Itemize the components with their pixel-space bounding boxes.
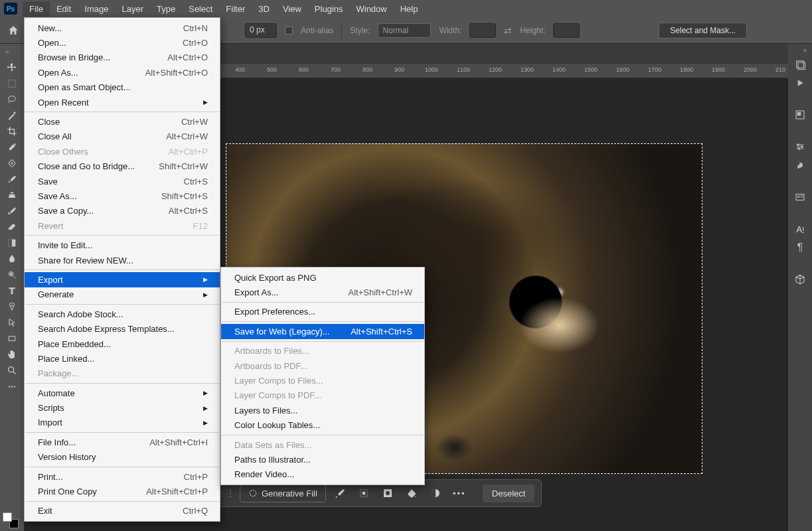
menu-window[interactable]: Window	[349, 1, 393, 17]
libraries-panel-icon[interactable]	[793, 190, 807, 204]
marquee-tool[interactable]	[1, 76, 23, 92]
zoom-tool[interactable]	[1, 362, 23, 378]
blur-tool[interactable]	[1, 251, 23, 267]
menu-item[interactable]: Version History	[25, 450, 220, 465]
menu-item[interactable]: Automate	[25, 386, 220, 400]
menu-item[interactable]: Paths to Illustrator...	[221, 452, 424, 467]
type-tool[interactable]	[1, 283, 23, 299]
menu-item[interactable]: Quick Export as PNG	[221, 270, 424, 285]
menu-item[interactable]: CloseCtrl+W	[25, 114, 220, 129]
menu-item[interactable]: Open as Smart Object...	[25, 80, 220, 95]
menu-item[interactable]: Search Adobe Stock...	[25, 307, 220, 321]
menu-item[interactable]: Open As...Alt+Shift+Ctrl+O	[25, 65, 220, 80]
antialias-checkbox[interactable]	[285, 27, 293, 35]
menu-item[interactable]: Share for Review NEW...	[25, 253, 220, 267]
actions-panel-icon[interactable]	[793, 76, 807, 90]
menu-filter[interactable]: Filter	[219, 1, 252, 17]
lasso-tool[interactable]	[1, 92, 23, 108]
fill-action-icon[interactable]	[402, 484, 422, 502]
path-selection-tool[interactable]	[1, 315, 23, 331]
edit-toolbar[interactable]: •••	[1, 378, 23, 394]
shortcut-label: Alt+Ctrl+S	[169, 206, 208, 216]
menu-layer[interactable]: Layer	[116, 1, 151, 17]
menu-item[interactable]: Import	[25, 416, 220, 430]
menu-item[interactable]: New...Ctrl+N	[25, 21, 220, 35]
gradient-tool[interactable]	[1, 235, 23, 251]
paragraph-panel-icon[interactable]: ¶	[793, 240, 807, 255]
color-swatches[interactable]	[3, 512, 19, 528]
menu-item[interactable]: Render Video...	[221, 467, 424, 482]
collapse-icon[interactable]: «	[803, 46, 807, 54]
3d-panel-icon[interactable]	[793, 272, 807, 287]
healing-brush-tool[interactable]	[1, 155, 23, 171]
shortcut-label: Shift+Ctrl+S	[161, 191, 208, 201]
menu-edit[interactable]: Edit	[50, 1, 78, 17]
modify-selection-icon[interactable]	[354, 484, 374, 502]
menu-item[interactable]: Scripts	[25, 400, 220, 415]
menu-file[interactable]: File	[23, 1, 50, 17]
pen-tool[interactable]	[1, 299, 23, 315]
collapse-icon[interactable]: »	[5, 48, 9, 55]
brush-action-icon[interactable]	[330, 484, 350, 502]
width-label: Width:	[439, 26, 461, 35]
eraser-tool[interactable]	[1, 219, 23, 235]
menu-item[interactable]: Print...Ctrl+P	[25, 469, 220, 484]
menu-item-label: Place Linked...	[38, 354, 94, 364]
menu-item[interactable]: Close AllAlt+Ctrl+W	[25, 129, 220, 144]
menu-item[interactable]: Close and Go to Bridge...Shift+Ctrl+W	[25, 159, 220, 174]
menu-item[interactable]: Print One CopyAlt+Shift+Ctrl+P	[25, 484, 220, 498]
menu-item[interactable]: ExitCtrl+Q	[25, 504, 220, 518]
menu-item[interactable]: Open Recent	[25, 95, 220, 110]
history-panel-icon[interactable]	[793, 57, 807, 72]
menu-view[interactable]: View	[276, 1, 308, 17]
magic-wand-tool[interactable]	[1, 108, 23, 123]
character-panel-icon[interactable]: AI	[793, 222, 807, 236]
menu-item[interactable]: Invite to Edit...	[25, 238, 220, 252]
more-actions-icon[interactable]: •••	[449, 484, 469, 502]
menu-help[interactable]: Help	[394, 1, 425, 17]
move-tool[interactable]	[1, 60, 23, 76]
menu-3d[interactable]: 3D	[252, 1, 276, 17]
menu-item[interactable]: Color Lookup Tables...	[221, 418, 424, 433]
invert-selection-icon[interactable]	[378, 484, 398, 502]
menu-item[interactable]: Layers to Files...	[221, 403, 424, 417]
adjustments-panel-icon[interactable]	[793, 139, 807, 154]
brush-tool[interactable]	[1, 171, 23, 187]
menu-item[interactable]: Open...Ctrl+O	[25, 35, 220, 50]
home-icon[interactable]	[5, 23, 21, 38]
menu-type[interactable]: Type	[150, 1, 182, 17]
style-select[interactable]: Normal	[378, 23, 431, 38]
menu-item[interactable]: Generate	[25, 287, 220, 302]
menu-item[interactable]: Export As...Alt+Shift+Ctrl+W	[221, 285, 424, 299]
menu-item[interactable]: Export Preferences...	[221, 305, 424, 319]
menu-item[interactable]: Export	[25, 272, 220, 287]
crop-tool[interactable]	[1, 123, 23, 139]
menu-item[interactable]: Save a Copy...Alt+Ctrl+S	[25, 204, 220, 218]
dodge-tool[interactable]	[1, 267, 23, 283]
select-and-mask-button[interactable]: Select and Mask...	[659, 23, 747, 38]
menu-item[interactable]: Search Adobe Express Templates...	[25, 321, 220, 336]
hand-tool[interactable]	[1, 346, 23, 362]
feather-field[interactable]: 0 px	[245, 23, 277, 38]
clone-stamp-tool[interactable]	[1, 187, 23, 203]
properties-panel-icon[interactable]	[793, 108, 807, 122]
history-brush-tool[interactable]	[1, 203, 23, 219]
eyedropper-tool[interactable]	[1, 139, 23, 155]
menu-item[interactable]: Place Linked...	[25, 351, 220, 366]
menu-select[interactable]: Select	[182, 1, 219, 17]
menu-image[interactable]: Image	[78, 1, 115, 17]
deselect-button[interactable]: Deselect	[483, 485, 535, 502]
swap-dims-icon[interactable]: ⇄	[504, 25, 512, 36]
rectangle-tool[interactable]	[1, 331, 23, 346]
styles-panel-icon[interactable]	[793, 158, 807, 173]
mask-action-icon[interactable]	[426, 484, 446, 502]
menu-item[interactable]: Place Embedded...	[25, 337, 220, 351]
ruler-mark: 1900	[712, 66, 725, 73]
generative-fill-button[interactable]: Generative Fill	[240, 485, 326, 502]
menu-item[interactable]: Save As...Shift+Ctrl+S	[25, 189, 220, 203]
menu-item[interactable]: Save for Web (Legacy)...Alt+Shift+Ctrl+S	[221, 324, 424, 339]
menu-item[interactable]: File Info...Alt+Shift+Ctrl+I	[25, 435, 220, 449]
menu-item[interactable]: Browse in Bridge...Alt+Ctrl+O	[25, 50, 220, 65]
menu-plugins[interactable]: Plugins	[308, 1, 350, 17]
menu-item[interactable]: SaveCtrl+S	[25, 174, 220, 189]
